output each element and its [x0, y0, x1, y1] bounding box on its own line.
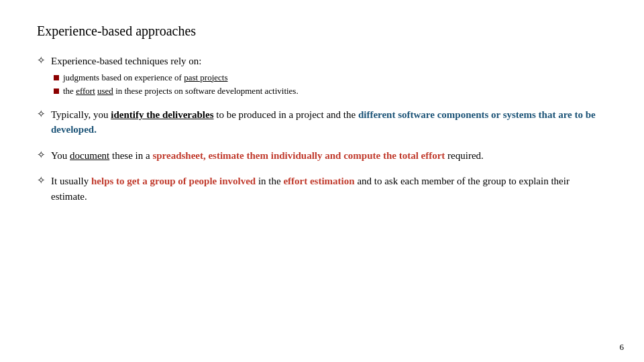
bullet-2: ✧ Typically, you identify the deliverabl… — [37, 107, 607, 137]
sub-bullet-1-1: judgments based on experience of past pr… — [54, 72, 607, 83]
sub-bullet-marker-1 — [54, 75, 59, 80]
diamond-icon-3: ✧ — [37, 149, 46, 161]
sub-bullet-1-2: the effort used in these projects on sof… — [54, 86, 607, 97]
deliverables-highlight: identify the deliverables — [111, 109, 213, 120]
slide-title: Experience-based approaches — [37, 23, 607, 39]
page-number: 6 — [620, 342, 625, 353]
bullet-4: ✧ It usually helps to get a group of peo… — [37, 174, 607, 204]
bullet-2-text: Typically, you identify the deliverables… — [51, 107, 607, 137]
bullet-1-label: Experience-based techniques rely on: — [51, 56, 202, 66]
bullet-1-text: Experience-based techniques rely on: jud… — [51, 54, 607, 97]
bullet-3-text: You document these in a spreadsheet, est… — [51, 148, 607, 164]
group-highlight: helps to get a group of people involved — [91, 176, 256, 186]
slide: Experience-based approaches ✧ Experience… — [0, 0, 644, 362]
spreadsheet-highlight: spreadsheet, estimate them individually … — [152, 150, 445, 161]
sub-bullet-marker-2 — [54, 88, 59, 94]
diamond-icon-2: ✧ — [37, 108, 46, 120]
document-highlight: document — [70, 150, 109, 161]
sub-bullet-1-1-text: judgments based on experience of past pr… — [63, 72, 607, 83]
content-area: ✧ Experience-based techniques rely on: j… — [37, 54, 607, 204]
bullet-1: ✧ Experience-based techniques rely on: j… — [37, 54, 607, 97]
bullet-4-text: It usually helps to get a group of peopl… — [51, 174, 607, 204]
effort-highlight: effort estimation — [283, 176, 354, 186]
sub-bullets-1: judgments based on experience of past pr… — [51, 72, 607, 97]
bullet-3: ✧ You document these in a spreadsheet, e… — [37, 148, 607, 164]
diamond-icon-1: ✧ — [37, 54, 46, 66]
sub-bullet-1-2-text: the effort used in these projects on sof… — [63, 86, 607, 97]
diamond-icon-4: ✧ — [37, 174, 46, 186]
